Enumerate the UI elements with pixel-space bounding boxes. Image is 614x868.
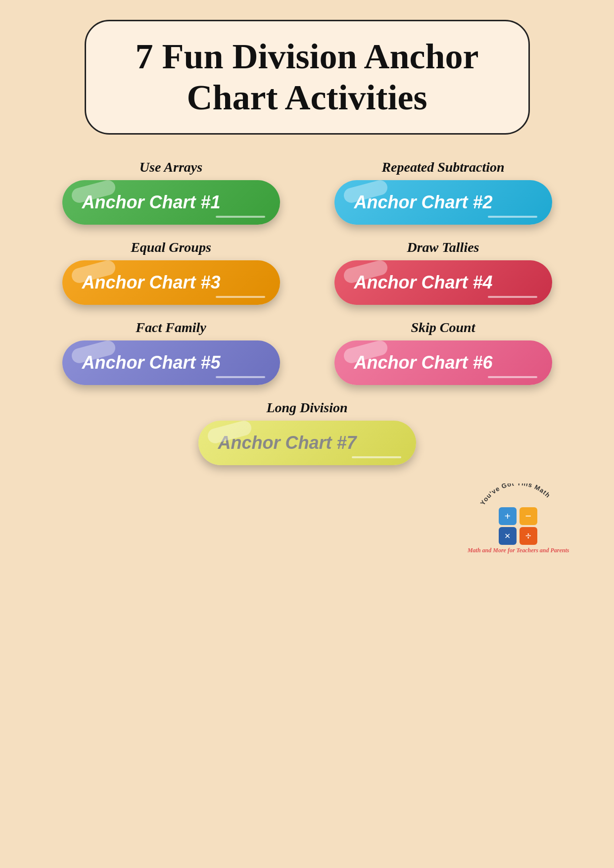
chart-item-1: Use Arrays Anchor Chart #1 bbox=[45, 159, 297, 225]
logo-container: You've Got This Math + − × ÷ Math and Mo… bbox=[468, 483, 569, 554]
minus-icon: − bbox=[520, 507, 537, 525]
logo-area: You've Got This Math + − × ÷ Math and Mo… bbox=[45, 490, 569, 554]
plus-icon: + bbox=[499, 507, 517, 525]
logo-wrap: You've Got This Math + − × ÷ Math and Mo… bbox=[468, 483, 569, 554]
chart-item-4: Draw Tallies Anchor Chart #4 bbox=[317, 240, 569, 305]
svg-text:You've Got This Math: You've Got This Math bbox=[479, 483, 552, 507]
divide-icon: ÷ bbox=[520, 527, 537, 545]
title-box: 7 Fun Division Anchor Chart Activities bbox=[85, 20, 530, 135]
chart-label-4: Draw Tallies bbox=[407, 240, 479, 255]
chart-label-1: Use Arrays bbox=[140, 159, 202, 175]
chart-label-2: Repeated Subtraction bbox=[381, 159, 504, 175]
chart-grid: Use Arrays Anchor Chart #1 Repeated Subt… bbox=[45, 159, 569, 395]
multiply-icon: × bbox=[499, 527, 517, 545]
anchor-chart-button-3[interactable]: Anchor Chart #3 bbox=[62, 260, 280, 305]
anchor-chart-button-4[interactable]: Anchor Chart #4 bbox=[334, 260, 552, 305]
anchor-chart-button-2[interactable]: Anchor Chart #2 bbox=[334, 180, 552, 225]
chart-item-7: Long Division Anchor Chart #7 bbox=[198, 400, 416, 465]
logo-tagline: Math and More for Teachers and Parents bbox=[468, 547, 569, 554]
anchor-chart-button-1[interactable]: Anchor Chart #1 bbox=[62, 180, 280, 225]
chart-label-3: Equal Groups bbox=[131, 240, 211, 255]
page-title: 7 Fun Division Anchor Chart Activities bbox=[135, 37, 478, 117]
anchor-chart-button-6[interactable]: Anchor Chart #6 bbox=[334, 340, 552, 385]
chart-item-6: Skip Count Anchor Chart #6 bbox=[317, 320, 569, 385]
chart-label-7: Long Division bbox=[266, 400, 347, 416]
logo-arc-text: You've Got This Math bbox=[479, 483, 558, 507]
chart-item-5: Fact Family Anchor Chart #5 bbox=[45, 320, 297, 385]
chart-label-6: Skip Count bbox=[411, 320, 475, 336]
chart-item-2: Repeated Subtraction Anchor Chart #2 bbox=[317, 159, 569, 225]
logo-symbols-grid: + − × ÷ bbox=[499, 507, 538, 545]
chart-item-3: Equal Groups Anchor Chart #3 bbox=[45, 240, 297, 305]
anchor-chart-button-7[interactable]: Anchor Chart #7 bbox=[198, 421, 416, 465]
chart-label-5: Fact Family bbox=[136, 320, 206, 336]
anchor-chart-button-5[interactable]: Anchor Chart #5 bbox=[62, 340, 280, 385]
